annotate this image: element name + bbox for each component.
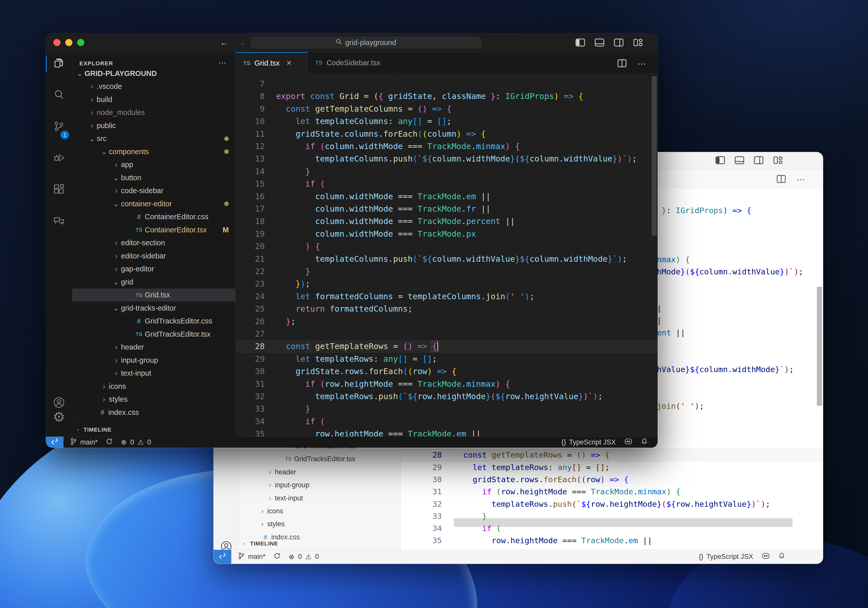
language-mode[interactable]: TypeScript JSX — [706, 553, 753, 561]
git-branch-icon[interactable] — [70, 437, 77, 447]
tab-grid-tsx[interactable]: TS Grid.tsx ✕ — [236, 52, 308, 73]
errors-icon[interactable]: ⊗ — [289, 553, 294, 561]
code-line-32[interactable]: 32 templateRows.push(`${row.heightMode}(… — [401, 498, 823, 510]
explorer-icon[interactable] — [53, 57, 65, 70]
language-mode[interactable]: TypeScript JSX — [569, 438, 616, 446]
tree-item-node-modules[interactable]: ›node_modules — [72, 106, 236, 119]
code-line-13[interactable]: 13 templateColumns.push(`${column.widthM… — [236, 153, 658, 165]
code-line-28[interactable]: 28 const getTemplateRows = () => { — [236, 340, 658, 353]
search-view-icon[interactable] — [53, 88, 65, 102]
code-line-35[interactable]: 35 row.heightMode === TrackMode.em || — [236, 428, 658, 436]
timeline-section[interactable]: ›TIMELINE — [239, 537, 401, 549]
code-line-27[interactable]: 27 — [236, 328, 658, 340]
command-center-search[interactable]: grid-playground — [251, 37, 481, 48]
git-branch-icon[interactable] — [238, 552, 245, 561]
code-line-35[interactable]: 35 row.heightMode === TrackMode.em || — [401, 534, 823, 546]
activity-bar[interactable]: 1 ⚙ — [46, 52, 72, 436]
code-line-29[interactable]: 29 let templateRows: any[] = []; — [401, 461, 823, 473]
tree-item-app[interactable]: ›app — [72, 158, 236, 171]
more-actions-icon[interactable]: ⋯ — [797, 174, 805, 185]
customize-layout-icon[interactable] — [773, 157, 783, 164]
tree-item-gap-editor[interactable]: ›gap-editor — [72, 262, 236, 276]
run-debug-icon[interactable] — [53, 152, 65, 165]
tree-item-header[interactable]: ›header — [239, 466, 401, 479]
code-line-28[interactable]: 28 const getTemplateRows = () => { — [401, 449, 823, 461]
code-line-23[interactable]: 23 }); — [236, 278, 658, 290]
code-line-8[interactable]: 8export const Grid = ({ gridState, class… — [236, 90, 658, 102]
code-line-20[interactable]: 20 ) { — [236, 240, 658, 253]
code-line-33[interactable]: 33 } — [236, 403, 658, 415]
code-line-36[interactable]: 36 row.heightMode === TrackMode.fr || — [401, 547, 823, 549]
tree-item-grid[interactable]: ⌄grid — [72, 275, 236, 288]
code-line-10[interactable]: 10 let templateColumns: any[] = []; — [236, 115, 658, 127]
history-forward-icon[interactable]: → — [237, 38, 246, 48]
code-line-19[interactable]: 19 column.widthMode === TrackMode.px — [236, 228, 658, 240]
tree-item-header[interactable]: ›header — [72, 341, 236, 354]
toggle-sidebar-icon[interactable] — [576, 39, 585, 47]
status-bar[interactable]: main* ⊗ 0 ⚠ 0 {}TypeScript JSX — [46, 436, 658, 448]
code-line-22[interactable]: 22 } — [236, 265, 658, 278]
code-line-30[interactable]: 30 gridState.rows.forEach((row) => { — [236, 365, 658, 378]
editor-scrollbar[interactable] — [817, 188, 822, 549]
tree-item-gridtrackseditor-css[interactable]: #GridTracksEditor.css — [72, 315, 236, 328]
toggle-panel-icon[interactable] — [595, 39, 604, 47]
code-line-30[interactable]: 30 gridState.rows.forEach((row) => { — [401, 473, 823, 485]
tree-item-text-input[interactable]: ›text-input — [72, 367, 236, 380]
notifications-bell-icon[interactable] — [778, 552, 785, 561]
tree-item-gridtrackseditor-tsx[interactable]: TSGridTracksEditor.tsx — [239, 453, 401, 465]
tree-item-icons[interactable]: ›icons — [239, 505, 401, 518]
tree-item-code-sidebar[interactable]: ›code-sidebar — [72, 184, 236, 197]
status-bar[interactable]: main* ⊗ 0 ⚠ 0 {}TypeScript JSX — [214, 549, 823, 564]
editor-horizontal-scrollbar[interactable] — [454, 518, 793, 527]
chat-icon[interactable] — [53, 215, 65, 228]
warnings-icon[interactable]: ⚠ — [305, 553, 312, 561]
tree-item-editor-sidebar[interactable]: ›editor-sidebar — [72, 249, 236, 262]
sync-icon[interactable] — [274, 552, 281, 561]
code-line-12[interactable]: 12 if (column.widthMode === TrackMode.mi… — [236, 140, 658, 153]
toggle-secondary-sidebar-icon[interactable] — [754, 157, 763, 164]
tree-item-src[interactable]: ⌄src — [72, 132, 236, 145]
window-controls[interactable] — [53, 39, 84, 46]
copilot-icon[interactable] — [762, 552, 770, 561]
tree-item-icons[interactable]: ›icons — [72, 380, 236, 393]
toggle-panel-icon[interactable] — [735, 157, 744, 164]
warnings-icon[interactable]: ⚠ — [138, 438, 144, 446]
code-line-25[interactable]: 25 return formattedColumns; — [236, 303, 658, 315]
tree-item-containereditor-css[interactable]: #ContainerEditor.css — [72, 210, 236, 223]
maximize-window-icon[interactable] — [77, 39, 84, 46]
code-line-31[interactable]: 31 if (row.heightMode === TrackMode.minm… — [236, 378, 658, 390]
tree-item-gridtrackseditor-tsx[interactable]: TSGridTracksEditor.tsx — [72, 327, 236, 341]
remote-indicator-icon[interactable] — [214, 550, 231, 564]
code-line-18[interactable]: 18 column.widthMode === TrackMode.percen… — [236, 215, 658, 228]
explorer-more-icon[interactable]: ⋯ — [219, 58, 226, 67]
sync-icon[interactable] — [106, 438, 113, 447]
explorer-sidebar[interactable]: EXPLORER ⋯ ⌄GRID-PLAYGROUND›.vscode›buil… — [72, 52, 236, 436]
code-line-14[interactable]: 14 } — [236, 165, 658, 178]
editor-scrollbar[interactable] — [652, 74, 657, 436]
code-line-34[interactable]: 34 if ( — [236, 416, 658, 428]
tree-item-grid-tracks-editor[interactable]: ⌄grid-tracks-editor — [72, 301, 236, 315]
timeline-section[interactable]: ›TIMELINE — [72, 423, 236, 436]
minimize-window-icon[interactable] — [65, 39, 72, 46]
tree-item-build[interactable]: ›build — [72, 93, 236, 106]
tree-item-index-css[interactable]: #index.css — [72, 406, 236, 419]
tab-codesidebar-tsx[interactable]: TS CodeSidebar.tsx — [308, 52, 395, 73]
tree-item--vscode[interactable]: ›.vscode — [72, 80, 236, 93]
tree-item-input-group[interactable]: ›input-group — [72, 354, 236, 367]
tree-item-containereditor-tsx[interactable]: TSContainerEditor.tsxM — [72, 223, 236, 236]
tab-bar[interactable]: TS Grid.tsx ✕ TS CodeSidebar.tsx ⋯ — [236, 52, 658, 74]
code-line-9[interactable]: 9 const getTemplateColumns = () => { — [236, 103, 658, 115]
history-back-icon[interactable]: ← — [220, 38, 228, 48]
accounts-icon[interactable] — [53, 397, 65, 409]
code-line-17[interactable]: 17 column.widthMode === TrackMode.fr || — [236, 203, 658, 215]
code-line-31[interactable]: 31 if (row.heightMode === TrackMode.minm… — [401, 485, 823, 498]
errors-icon[interactable]: ⊗ — [121, 438, 127, 446]
code-line-26[interactable]: 26 }; — [236, 315, 658, 328]
code-line-11[interactable]: 11 gridState.columns.forEach((column) =>… — [236, 128, 658, 140]
tree-item-styles[interactable]: ›styles — [72, 393, 236, 406]
copilot-icon[interactable] — [624, 438, 632, 447]
vscode-window-main[interactable]: ← → grid-playground TS Grid.tsx ✕ — [45, 33, 658, 448]
code-line-15[interactable]: 15 if ( — [236, 178, 658, 190]
close-tab-icon[interactable]: ✕ — [286, 59, 292, 67]
split-editor-icon[interactable] — [618, 59, 626, 68]
